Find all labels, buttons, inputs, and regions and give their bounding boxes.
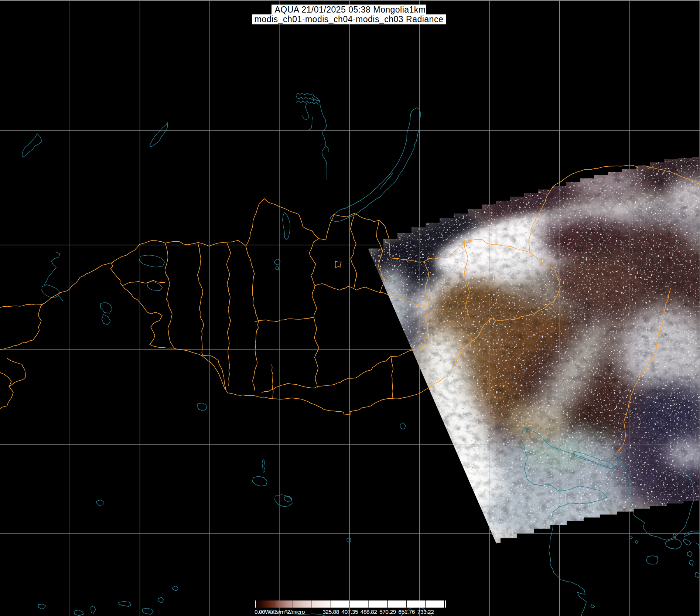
svg-text:0.00Watts/m^2/micro: 0.00Watts/m^2/micro xyxy=(255,609,305,615)
svg-text:325.88: 325.88 xyxy=(322,609,339,615)
svg-text:651.76: 651.76 xyxy=(398,609,415,615)
svg-text:407.35: 407.35 xyxy=(341,609,358,615)
svg-text:488.82: 488.82 xyxy=(361,609,377,615)
svg-text:AQUA 21/01/2025 05:38 Mongolia: AQUA 21/01/2025 05:38 Mongolia1km xyxy=(274,5,426,14)
svg-text:modis_ch01-modis_ch04-modis_ch: modis_ch01-modis_ch04-modis_ch03 Radianc… xyxy=(255,14,443,24)
svg-text:733.22: 733.22 xyxy=(417,609,434,615)
svg-text:570.29: 570.29 xyxy=(379,609,396,615)
